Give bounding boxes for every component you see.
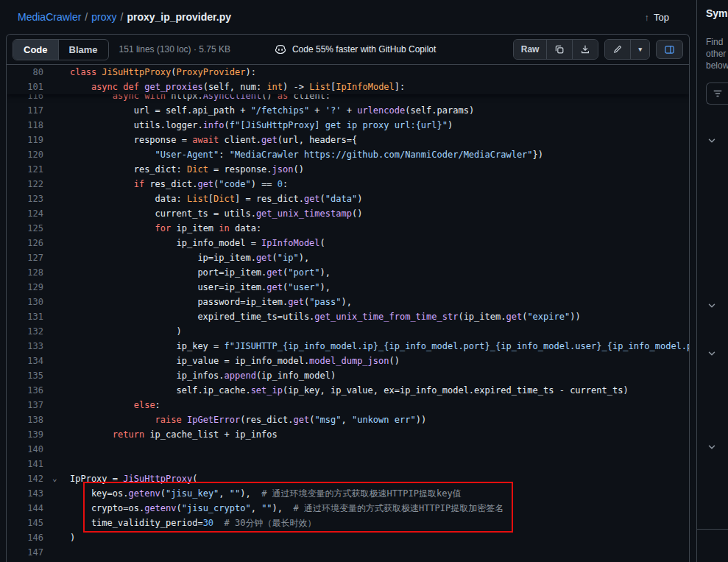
chevron-slot [43,206,70,221]
edit-actions-group: ▾ [604,39,650,60]
chevron-slot [43,221,70,236]
edit-button[interactable] [605,40,630,59]
line-number[interactable]: 139 [7,427,43,442]
symbols-panel-icon [664,44,675,55]
sticky-context-lines: 80class JiSuHttpProxy(ProxyProvider):101… [7,65,689,94]
line-number[interactable]: 118 [7,118,43,133]
chevron-slot [43,398,70,412]
chevron-down-icon[interactable] [707,349,716,358]
symbols-description-line: below [706,60,728,71]
line-number[interactable]: 119 [7,133,43,147]
line-number[interactable]: 131 [7,309,43,324]
line-number[interactable]: 141 [7,457,43,471]
copilot-icon [275,43,286,55]
filter-icon [713,88,723,99]
symbols-panel-toggle[interactable] [656,40,683,59]
line-number[interactable]: 144 [7,501,43,516]
chevron-slot [43,177,70,192]
line-number[interactable]: 121 [7,162,43,177]
line-number[interactable]: 126 [7,236,43,250]
code-line: 122 if res_dict.get("code") == 0: [7,177,689,192]
download-icon [580,44,590,55]
code-line: 147 [7,545,689,560]
raw-actions-group: Raw [513,39,599,60]
line-number[interactable]: 137 [7,398,43,412]
line-number[interactable]: 80 [7,65,43,80]
arrow-up-icon: ↑ [645,12,650,23]
line-number[interactable]: 147 [7,545,43,560]
line-number[interactable]: 133 [7,339,43,354]
code-text: for ip_item in data: [70,221,261,236]
back-to-top-button[interactable]: ↑ Top [640,11,674,24]
line-number[interactable]: 124 [7,206,43,221]
breadcrumb-separator: / [120,11,123,23]
back-to-top-label: Top [654,12,669,23]
raw-button[interactable]: Raw [514,40,547,59]
symbols-description: Find other below [706,36,728,71]
chevron-slot [43,324,70,339]
line-number[interactable]: 123 [7,192,43,206]
chevron-slot [43,486,70,501]
chevron-slot [43,383,70,398]
collapse-chevron-icon[interactable]: ⌄ [43,471,70,486]
line-number[interactable]: 125 [7,221,43,236]
line-number[interactable]: 145 [7,516,43,530]
code-text: IpProxy = JiSuHttpProxy( [70,471,197,486]
breadcrumb-dir-link[interactable]: proxy [91,11,116,23]
code-text: port=ip_item.get("port"), [70,265,331,280]
code-line: 125 for ip_item in data: [7,221,689,236]
symbols-filter-input[interactable] [706,82,728,105]
code-text: ip_key = f"JISUHTTP_{ip_info_model.ip}_{… [70,339,689,354]
line-number[interactable]: 142 [7,471,43,486]
copilot-banner[interactable]: Code 55% faster with GitHub Copilot [275,43,436,55]
chevron-slot [43,147,70,162]
line-number[interactable]: 140 [7,442,43,457]
line-number[interactable]: 128 [7,265,43,280]
tab-code[interactable]: Code [13,40,59,60]
code-line: 121 res_dict: Dict = response.json() [7,162,689,177]
line-number[interactable]: 120 [7,147,43,162]
file-view-container: Code Blame 151 lines (130 loc) · 5.75 KB… [6,34,690,562]
line-number[interactable]: 117 [7,103,43,118]
line-number[interactable]: 134 [7,354,43,368]
chevron-slot [43,427,70,442]
chevron-slot [43,530,70,545]
line-number[interactable]: 130 [7,295,43,309]
code-line: 101 async def get_proxies(self, num: int… [7,80,689,94]
code-lines: 116 async with httpx.AsyncClient() as cl… [7,65,689,560]
code-line: 129 user=ip_item.get("user"), [7,280,689,295]
breadcrumb: MediaCrawler / proxy / proxy_ip_provider… [18,11,231,23]
chevron-slot [43,516,70,530]
tab-blame[interactable]: Blame [59,40,108,60]
chevron-slot [43,250,70,265]
line-number[interactable]: 143 [7,486,43,501]
line-number[interactable]: 136 [7,383,43,398]
line-number[interactable]: 101 [7,80,43,94]
chevron-down-icon[interactable] [707,136,716,145]
copy-button[interactable] [546,40,572,59]
chevron-slot [43,80,70,94]
chevron-down-icon[interactable] [707,301,716,310]
code-line: 133 ip_key = f"JISUHTTP_{ip_info_model.i… [7,339,689,354]
chevron-slot [43,103,70,118]
line-number[interactable]: 138 [7,412,43,427]
line-number[interactable]: 127 [7,250,43,265]
download-button[interactable] [572,40,598,59]
edit-dropdown-button[interactable]: ▾ [630,40,649,59]
code-text: return ip_cache_list + ip_infos [70,427,278,442]
line-number[interactable]: 135 [7,368,43,383]
breadcrumb-repo-link[interactable]: MediaCrawler [18,11,81,23]
code-text: data: List[Dict] = res_dict.get("data") [70,192,362,206]
line-number[interactable]: 132 [7,324,43,339]
symbols-description-line: other [706,48,728,60]
chevron-slot [43,339,70,354]
chevron-slot [43,236,70,250]
chevron-down-icon[interactable] [707,443,716,452]
symbols-panel: Symbols Find other below [696,0,728,562]
line-number[interactable]: 129 [7,280,43,295]
code-text: expired_time_ts=utils.get_unix_time_from… [70,309,581,324]
line-number[interactable]: 122 [7,177,43,192]
line-number[interactable]: 146 [7,530,43,545]
code-line: 128 port=ip_item.get("port"), [7,265,689,280]
code-text: res_dict: Dict = response.json() [70,162,304,177]
